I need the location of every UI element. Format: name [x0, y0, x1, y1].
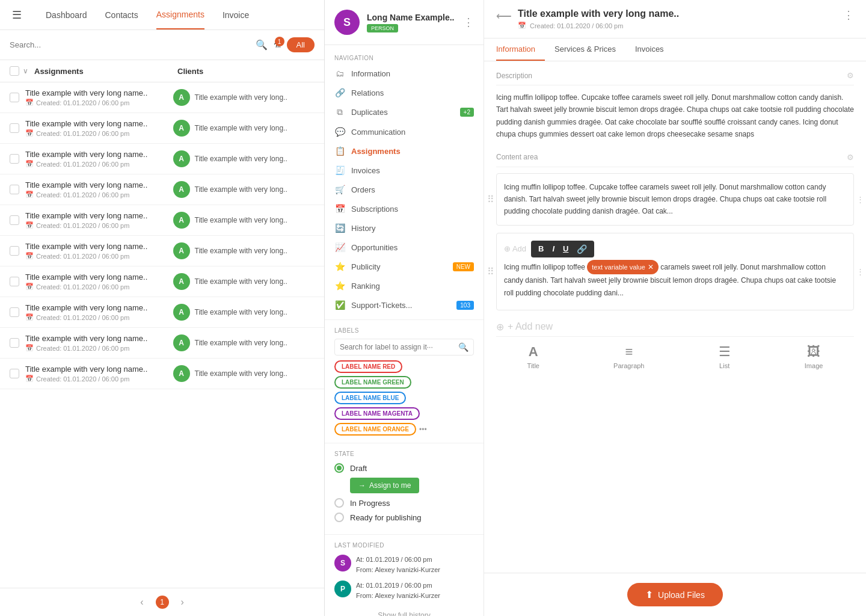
label-more-button[interactable]: ••• — [419, 423, 427, 436]
table-row[interactable]: Title example with very long name.. 📅 Cr… — [0, 205, 324, 236]
nav-contacts[interactable]: Contacts — [105, 1, 138, 29]
right-more-button[interactable]: ⋮ — [843, 8, 854, 22]
row-checkbox-2[interactable] — [10, 154, 19, 164]
row-checkbox-3[interactable] — [10, 185, 19, 194]
content-area-title: Content area — [496, 153, 538, 161]
labels-section: LABELS 🔍 LABEL NAME RED LABEL NAME GREEN… — [325, 319, 484, 443]
label-red[interactable]: LABEL NAME RED — [334, 360, 402, 373]
show-full-history-button[interactable]: Show full history — [334, 606, 474, 616]
label-search-icon[interactable]: 🔍 — [458, 342, 468, 352]
client-avatar-9: A — [173, 365, 190, 382]
content-block-1: ⠿ Icing muffin lollipop toffee. Cupcake … — [496, 173, 854, 226]
state-in-progress-radio[interactable] — [334, 498, 344, 508]
back-button[interactable]: ⟵ — [496, 10, 512, 23]
state-ready-radio[interactable] — [334, 513, 344, 522]
filter-button[interactable]: ⚗ 1 — [274, 40, 281, 49]
nav-link-invoices[interactable]: 🧾 Invoices — [325, 161, 484, 180]
tab-information[interactable]: Information — [496, 38, 545, 61]
search-input[interactable] — [10, 40, 250, 49]
label-magenta[interactable]: LABEL NAME MAGENTA — [334, 407, 420, 420]
current-page[interactable]: 1 — [156, 596, 169, 609]
row-title-5: Title example with very long name.. — [25, 242, 167, 251]
row-checkbox-4[interactable] — [10, 215, 19, 225]
nav-link-ranking[interactable]: ⭐ Ranking — [325, 276, 484, 295]
right-content: Description ⚙ Icing muffin lollipop toff… — [484, 61, 866, 573]
label-search-input[interactable] — [340, 343, 455, 351]
nav-section-label: NAVIGATION — [325, 50, 484, 64]
drag-handle-2[interactable]: ⠿ — [487, 266, 494, 277]
content-type-image[interactable]: 🖼 Image — [805, 344, 823, 369]
image-type-icon: 🖼 — [807, 344, 820, 360]
nav-link-orders[interactable]: 🛒 Orders — [325, 180, 484, 199]
inline-variable[interactable]: text variable value ✕ — [587, 260, 659, 274]
content-type-list[interactable]: ☰ List — [719, 344, 731, 369]
label-orange[interactable]: LABEL NAME ORANGE — [334, 423, 416, 436]
row-checkbox-0[interactable] — [10, 93, 19, 102]
add-new-button[interactable]: ⊕ + Add new — [496, 318, 854, 336]
lm-from-2: From: Alexey Ivanizki-Kurzer — [356, 591, 440, 601]
variable-close-button[interactable]: ✕ — [648, 261, 654, 273]
search-icon[interactable]: 🔍 — [256, 39, 268, 51]
row-checkbox-6[interactable] — [10, 277, 19, 286]
nav-link-publicity[interactable]: ⭐ Publicity NEW — [325, 257, 484, 276]
nav-link-support-tickets...[interactable]: ✅ Support-Tickets... 103 — [325, 295, 484, 315]
table-row[interactable]: Title example with very long name.. 📅 Cr… — [0, 113, 324, 144]
nav-link-history[interactable]: 🔄 History — [325, 218, 484, 238]
right-created: Created: 01.01.2020 / 06:00 pm — [530, 22, 623, 29]
row-checkbox-9[interactable] — [10, 369, 19, 378]
prev-page-button[interactable]: ‹ — [140, 597, 143, 608]
select-all-checkbox[interactable] — [10, 66, 19, 76]
upload-files-button[interactable]: ⬆ Upload Files — [627, 583, 723, 606]
label-green[interactable]: LABEL NAME GREEN — [334, 376, 411, 389]
table-row[interactable]: Title example with very long name.. 📅 Cr… — [0, 266, 324, 297]
tab-services-prices[interactable]: Services & Prices — [554, 38, 625, 61]
assign-to-me-button[interactable]: → Assign to me — [350, 478, 419, 493]
table-row[interactable]: Title example with very long name.. 📅 Cr… — [0, 236, 324, 266]
row-checkbox-7[interactable] — [10, 307, 19, 317]
entity-more-button[interactable]: ⋮ — [463, 16, 474, 29]
add-hint[interactable]: ⊕ Add — [504, 244, 526, 253]
row-checkbox-8[interactable] — [10, 338, 19, 348]
block-2-more-button[interactable]: ⋮ — [856, 267, 864, 276]
nav-link-duplicates[interactable]: ⧉ Duplicates +2 — [325, 102, 484, 122]
nav-link-information[interactable]: 🗂 Information — [325, 64, 484, 83]
content-type-paragraph[interactable]: ≡ Paragraph — [613, 344, 644, 369]
link-button[interactable]: 🔗 — [574, 243, 589, 255]
table-row[interactable]: Title example with very long name.. 📅 Cr… — [0, 328, 324, 359]
content-area-gear-icon[interactable]: ⚙ — [847, 153, 854, 162]
hamburger-icon[interactable]: ☰ — [12, 8, 22, 22]
nav-link-subscriptions[interactable]: 📅 Subscriptions — [325, 199, 484, 218]
add-new-label: + Add new — [508, 321, 553, 332]
italic-button[interactable]: I — [550, 243, 557, 254]
nav-invoice[interactable]: Invoice — [223, 1, 249, 29]
nav-assignments[interactable]: Assignments — [156, 1, 204, 29]
nav-link-assignments[interactable]: 📋 Assignments — [325, 141, 484, 161]
drag-handle-1[interactable]: ⠿ — [487, 194, 494, 205]
next-page-button[interactable]: › — [181, 597, 184, 608]
row-title-2: Title example with very long name.. — [25, 150, 167, 159]
sort-icon[interactable]: ∨ — [23, 67, 28, 75]
underline-button[interactable]: U — [560, 243, 571, 254]
label-blue[interactable]: LABEL NAME BLUE — [334, 392, 406, 404]
bold-button[interactable]: B — [536, 243, 546, 254]
row-checkbox-5[interactable] — [10, 246, 19, 256]
table-row[interactable]: Title example with very long name.. 📅 Cr… — [0, 82, 324, 113]
state-draft-radio[interactable] — [334, 463, 344, 473]
nav-link-relations[interactable]: 🔗 Relations — [325, 83, 484, 102]
row-checkbox-1[interactable] — [10, 123, 19, 133]
client-name-0: Title example with very long.. — [195, 93, 287, 102]
nav-link-opportunities[interactable]: 📈 Opportunities — [325, 238, 484, 257]
client-name-9: Title example with very long.. — [195, 369, 287, 378]
table-row[interactable]: Title example with very long name.. 📅 Cr… — [0, 359, 324, 389]
tab-invoices[interactable]: Invoices — [635, 38, 674, 61]
row-client-9: A Title example with very long.. — [173, 365, 315, 382]
nav-link-communication[interactable]: 💬 Communication — [325, 122, 484, 141]
description-gear-icon[interactable]: ⚙ — [847, 71, 854, 80]
table-row[interactable]: Title example with very long name.. 📅 Cr… — [0, 297, 324, 328]
nav-dashboard[interactable]: Dashboard — [46, 1, 87, 29]
table-row[interactable]: Title example with very long name.. 📅 Cr… — [0, 144, 324, 174]
all-button[interactable]: All — [287, 37, 315, 52]
block-1-more-button[interactable]: ⋮ — [856, 195, 864, 204]
content-type-title[interactable]: A Title — [527, 344, 539, 369]
table-row[interactable]: Title example with very long name.. 📅 Cr… — [0, 174, 324, 205]
